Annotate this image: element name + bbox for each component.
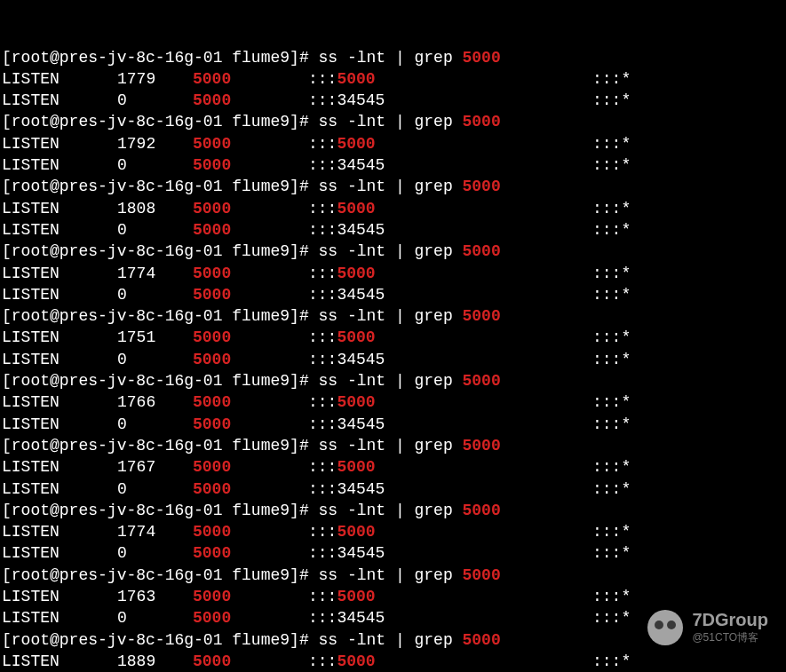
listen-row: LISTEN05000:::34545:::*	[2, 349, 784, 370]
send-q: 5000	[193, 651, 308, 672]
local-addr: :::5000	[308, 456, 592, 478]
local-addr: :::5000	[308, 198, 592, 219]
local-addr: :::34545	[308, 349, 592, 370]
recv-q: 1751	[117, 327, 193, 348]
local-addr: :::5000	[308, 263, 592, 284]
command-text: ss -lnt | grep	[318, 437, 462, 455]
command-text: ss -lnt | grep	[318, 566, 462, 584]
user-host: root@pres-jv-8c-16g-01	[12, 307, 223, 325]
cwd: flume9	[232, 502, 290, 519]
peer-addr: :::*	[592, 586, 699, 607]
peer-addr: :::*	[592, 263, 699, 284]
listen-row: LISTEN05000:::34545:::*	[2, 478, 784, 500]
prompt-line: [root@pres-jv-8c-16g-01 flume9]# ss -lnt…	[2, 305, 784, 327]
command-text: ss -lnt | grep	[318, 242, 462, 260]
state: LISTEN	[2, 154, 117, 176]
state: LISTEN	[2, 219, 117, 241]
recv-q: 0	[117, 478, 193, 500]
prompt-line: [root@pres-jv-8c-16g-01 flume9]# ss -lnt…	[2, 500, 784, 521]
cwd: flume9	[232, 113, 290, 130]
prompt-bracket-close: ]#	[290, 307, 318, 325]
prompt-bracket-open: [	[2, 372, 12, 390]
peer-addr: :::*	[592, 327, 699, 348]
local-addr: :::5000	[308, 651, 592, 672]
prompt-line: [root@pres-jv-8c-16g-01 flume9]# ss -lnt…	[2, 241, 784, 262]
send-q: 5000	[193, 198, 308, 219]
peer-addr: :::*	[592, 90, 699, 111]
cwd: flume9	[232, 566, 290, 584]
send-q: 5000	[193, 349, 308, 370]
send-q: 5000	[193, 607, 308, 629]
local-addr: :::5000	[308, 586, 592, 607]
user-host: root@pres-jv-8c-16g-01	[12, 566, 223, 584]
listen-row: LISTEN17665000:::5000:::*	[2, 391, 784, 413]
send-q: 5000	[193, 133, 308, 154]
local-addr: :::5000	[308, 68, 592, 90]
prompt-bracket-close: ]#	[290, 566, 318, 584]
wechat-icon	[647, 610, 683, 645]
local-addr: :::34545	[308, 154, 592, 176]
grep-match: 5000	[463, 307, 501, 325]
peer-addr: :::*	[592, 478, 699, 500]
recv-q: 1779	[117, 68, 193, 90]
recv-q: 0	[117, 154, 193, 176]
prompt-bracket-close: ]#	[290, 437, 318, 455]
listen-row: LISTEN05000:::34545:::*	[2, 154, 784, 176]
send-q: 5000	[193, 542, 308, 564]
prompt-bracket-open: [	[2, 178, 12, 195]
command-text: ss -lnt | grep	[318, 372, 462, 390]
send-q: 5000	[193, 456, 308, 478]
state: LISTEN	[2, 607, 117, 629]
output-blocks: [root@pres-jv-8c-16g-01 flume9]# ss -lnt…	[2, 47, 784, 672]
listen-row: LISTEN05000:::34545:::*	[2, 219, 784, 241]
prompt-line: [root@pres-jv-8c-16g-01 flume9]# ss -lnt…	[2, 111, 784, 132]
cwd: flume9	[232, 631, 290, 649]
grep-match: 5000	[463, 437, 501, 455]
send-q: 5000	[193, 263, 308, 284]
peer-addr: :::*	[592, 133, 699, 154]
send-q: 5000	[193, 68, 308, 90]
send-q: 5000	[193, 90, 308, 111]
recv-q: 0	[117, 219, 193, 241]
peer-addr: :::*	[592, 154, 699, 176]
local-addr: :::34545	[308, 414, 592, 435]
peer-addr: :::*	[592, 456, 699, 478]
cwd: flume9	[232, 242, 290, 260]
cwd: flume9	[232, 49, 290, 67]
peer-addr: :::*	[592, 349, 699, 370]
user-host: root@pres-jv-8c-16g-01	[12, 49, 223, 67]
listen-row: LISTEN17925000:::5000:::*	[2, 133, 784, 154]
terminal-output: [root@pres-jv-8c-16g-01 flume9]# ss -lnt…	[0, 0, 786, 672]
state: LISTEN	[2, 414, 117, 435]
recv-q: 0	[117, 349, 193, 370]
local-addr: :::34545	[308, 219, 592, 241]
user-host: root@pres-jv-8c-16g-01	[12, 178, 223, 195]
command-text: ss -lnt | grep	[318, 178, 462, 195]
recv-q: 1792	[117, 133, 193, 154]
send-q: 5000	[193, 327, 308, 348]
peer-addr: :::*	[592, 391, 699, 413]
user-host: root@pres-jv-8c-16g-01	[12, 437, 223, 455]
grep-match: 5000	[463, 242, 501, 260]
local-addr: :::5000	[308, 327, 592, 348]
recv-q: 1766	[117, 391, 193, 413]
prompt-bracket-close: ]#	[290, 372, 318, 390]
peer-addr: :::*	[592, 414, 699, 435]
recv-q: 0	[117, 542, 193, 564]
grep-match: 5000	[463, 502, 501, 519]
local-addr: :::34545	[308, 478, 592, 500]
local-addr: :::34545	[308, 90, 592, 111]
listen-row: LISTEN05000:::34545:::*	[2, 414, 784, 435]
state: LISTEN	[2, 349, 117, 370]
grep-match: 5000	[463, 113, 501, 130]
state: LISTEN	[2, 391, 117, 413]
state: LISTEN	[2, 263, 117, 284]
prompt-bracket-open: [	[2, 566, 12, 584]
send-q: 5000	[193, 219, 308, 241]
grep-match: 5000	[463, 631, 501, 649]
local-addr: :::5000	[308, 521, 592, 542]
local-addr: :::34545	[308, 607, 592, 629]
prompt-bracket-close: ]#	[290, 242, 318, 260]
watermark-subtitle: @51CTO博客	[692, 630, 768, 645]
command-text: ss -lnt | grep	[318, 502, 462, 519]
